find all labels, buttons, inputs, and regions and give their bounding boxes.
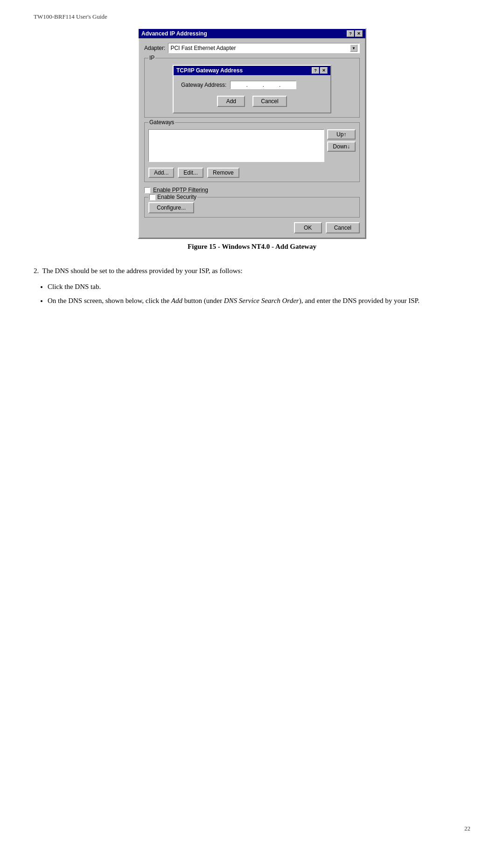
step2-text: The DNS should be set to the address pro…: [42, 267, 242, 274]
ip-octet-2[interactable]: [248, 82, 262, 88]
gateways-remove-button[interactable]: Remove: [207, 168, 239, 178]
header-text: TW100-BRF114 User's Guide: [34, 13, 107, 20]
ok-cancel-row: OK Cancel: [144, 222, 360, 233]
tcpip-dialog: TCP/IP Gateway Address ? ✕ Gateway Addre…: [173, 65, 331, 113]
content-area: Advanced IP Addressing ? ✕ Adapter: PCI …: [34, 28, 470, 309]
tcpip-cancel-button[interactable]: Cancel: [252, 96, 287, 107]
ip-groupbox-content: TCP/IP Gateway Address ? ✕ Gateway Addre…: [145, 58, 359, 117]
bullet-list: Click the DNS tab. On the DNS screen, sh…: [48, 281, 470, 306]
advanced-ip-dialog: Advanced IP Addressing ? ✕ Adapter: PCI …: [138, 28, 366, 239]
security-groupbox: Enable Security Configure...: [144, 197, 360, 218]
gateways-side-btns: Up↑ Down↓: [327, 129, 356, 178]
advanced-ip-title: Advanced IP Addressing: [141, 30, 347, 37]
page-header: TW100-BRF114 User's Guide: [34, 13, 107, 21]
dropdown-arrow-icon[interactable]: ▼: [350, 44, 357, 52]
tcpip-close-btn[interactable]: ✕: [320, 67, 328, 74]
gateways-groupbox: Gateways Add... Edit... Remove Up↑: [144, 122, 360, 182]
figure-caption: Figure 15 - Windows NT4.0 - Add Gateway: [188, 243, 316, 251]
security-content: Configure...: [145, 197, 359, 217]
gateways-content: Add... Edit... Remove Up↑ Down↓: [145, 123, 359, 182]
configure-button[interactable]: Configure...: [148, 202, 194, 213]
tcpip-help-btn[interactable]: ?: [312, 67, 319, 74]
gateway-row: Gateway Address: . . .: [181, 81, 323, 89]
security-groupbox-label: Enable Security: [148, 194, 197, 200]
adapter-dropdown[interactable]: PCI Fast Ethernet Adapter ▼: [168, 43, 360, 53]
bullet-1: Click the DNS tab.: [48, 281, 470, 292]
bullet2-prefix: On the DNS screen, shown below, click th…: [48, 297, 171, 304]
ip-octet-1[interactable]: [231, 82, 245, 88]
titlebar-buttons: ? ✕: [347, 30, 363, 37]
bullet2-suffix: ), and enter the DNS provided by your IS…: [299, 297, 420, 304]
gateways-edit-button[interactable]: Edit...: [178, 168, 203, 178]
dialog-body: Adapter: PCI Fast Ethernet Adapter ▼ IP …: [139, 38, 365, 238]
help-btn[interactable]: ?: [347, 30, 354, 37]
tcpip-body: Gateway Address: . . .: [174, 75, 330, 113]
ok-button[interactable]: OK: [294, 222, 322, 233]
up-button[interactable]: Up↑: [327, 129, 356, 140]
tcpip-title: TCP/IP Gateway Address: [176, 67, 312, 74]
bullet2-italic2: DNS Service Search Order: [224, 297, 299, 304]
gateways-listbox[interactable]: [148, 129, 324, 162]
cancel-button[interactable]: Cancel: [326, 222, 360, 233]
tcpip-titlebar-buttons: ? ✕: [312, 67, 328, 74]
pptp-label: Enable PPTP Filtering: [153, 187, 208, 193]
pptp-row: Enable PPTP Filtering: [144, 187, 360, 193]
down-button[interactable]: Down↓: [327, 141, 356, 152]
bullet1-text: Click the DNS tab.: [48, 283, 101, 290]
security-checkbox[interactable]: [149, 194, 155, 200]
ip-octet-3[interactable]: [265, 82, 279, 88]
adapter-value: PCI Fast Ethernet Adapter: [170, 45, 236, 51]
pptp-checkbox[interactable]: [144, 187, 150, 193]
ip-groupbox: IP TCP/IP Gateway Address ? ✕: [144, 58, 360, 118]
gateway-label: Gateway Address:: [181, 82, 226, 88]
adapter-label: Adapter:: [144, 45, 165, 51]
tcpip-buttons: Add Cancel: [181, 96, 323, 107]
gateways-add-button[interactable]: Add...: [148, 168, 174, 178]
gateways-bottom-btns: Add... Edit... Remove: [148, 168, 324, 178]
bullet-2: On the DNS screen, shown below, click th…: [48, 295, 470, 306]
page-number-text: 22: [464, 825, 470, 832]
advanced-ip-titlebar: Advanced IP Addressing ? ✕: [139, 29, 365, 38]
ip-octet-4[interactable]: [281, 82, 295, 88]
adapter-row: Adapter: PCI Fast Ethernet Adapter ▼: [144, 43, 360, 53]
close-btn[interactable]: ✕: [355, 30, 363, 37]
figure-container: Advanced IP Addressing ? ✕ Adapter: PCI …: [34, 28, 470, 257]
tcpip-add-button[interactable]: Add: [217, 96, 245, 107]
ip-group-label: IP: [148, 55, 155, 61]
ip-input-group[interactable]: . . .: [230, 81, 296, 89]
bullet2-italic: Add: [171, 297, 182, 304]
gateways-label: Gateways: [148, 119, 175, 126]
tcpip-titlebar: TCP/IP Gateway Address ? ✕: [174, 66, 330, 75]
body-text-step2: 2. The DNS should be set to the address …: [34, 266, 470, 276]
page-number: 22: [464, 825, 470, 832]
bullet2-middle: button (under: [182, 297, 224, 304]
security-label: Enable Security: [157, 194, 196, 200]
